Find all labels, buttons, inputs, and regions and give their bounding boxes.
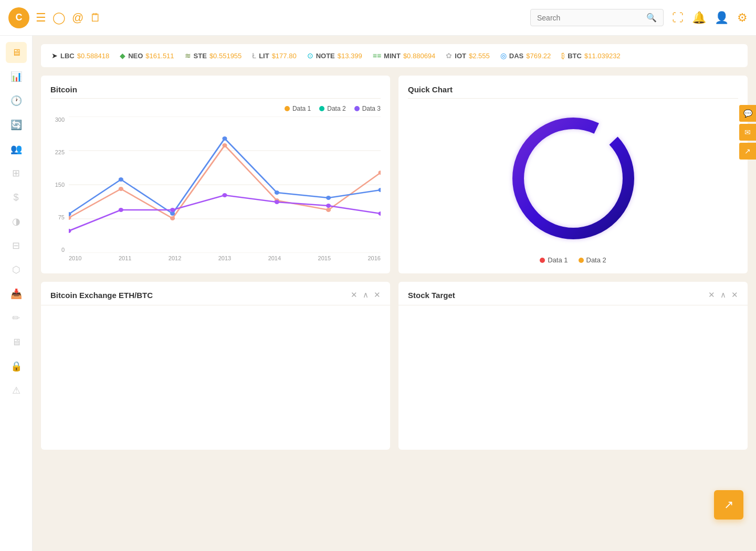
mint-label: MINT xyxy=(384,52,401,60)
bitcoin-exchange-body xyxy=(41,305,390,431)
notifications-icon[interactable]: 🔔 xyxy=(692,11,706,25)
das-label: DAS xyxy=(509,52,523,60)
chat-icon[interactable]: ◯ xyxy=(52,11,66,25)
stock-collapse-icon[interactable]: ∧ xyxy=(720,290,726,300)
main-content: ➤ LBC $0.588418 ◆ NEO $161.511 ≋ STE $0.… xyxy=(33,36,756,551)
svg-point-20 xyxy=(119,208,123,212)
ticker-mint: ≡≡ MINT $0.880694 xyxy=(373,51,436,60)
svg-point-23 xyxy=(275,200,279,204)
das-price: $769.22 xyxy=(526,52,551,60)
svg-point-22 xyxy=(222,193,227,197)
donut-svg xyxy=(505,110,642,247)
lit-icon: Ł xyxy=(252,51,256,60)
das-icon: ◎ xyxy=(500,51,507,60)
exchange-collapse-icon[interactable]: ∧ xyxy=(363,290,369,300)
sidebar-item-alert[interactable]: ⚠ xyxy=(6,380,27,401)
sidebar-item-dashboard[interactable]: 🖥 xyxy=(6,42,27,63)
exchange-close-icon[interactable]: ✕ xyxy=(351,290,358,300)
stock-target-body xyxy=(398,305,748,431)
bitcoin-chart-wrapper: 300 225 150 75 0 xyxy=(50,116,381,253)
svg-point-17 xyxy=(326,196,331,200)
legend-dot-data2 xyxy=(319,106,324,111)
menu-icon[interactable]: ☰ xyxy=(36,11,46,25)
sidebar-item-monitor[interactable]: 🖥 xyxy=(6,332,27,353)
bitcoin-chart-title: Bitcoin xyxy=(50,85,381,99)
svg-point-8 xyxy=(222,143,227,147)
sidebar-item-apps[interactable]: ⊟ xyxy=(6,235,27,256)
mint-icon: ≡≡ xyxy=(373,51,381,60)
svg-point-24 xyxy=(326,204,331,208)
account-icon[interactable]: 👤 xyxy=(715,11,729,25)
donut-legend: Data 1 Data 2 xyxy=(408,256,738,264)
iot-icon: ✿ xyxy=(446,51,452,60)
bitcoin-exchange-actions: ✕ ∧ ✕ xyxy=(351,290,381,300)
app-logo[interactable]: C xyxy=(8,7,29,28)
panel-btn-chat[interactable]: 💬 xyxy=(739,105,756,122)
ste-icon: ≋ xyxy=(185,51,191,60)
mint-price: $0.880694 xyxy=(403,52,435,60)
clipboard-icon[interactable]: 🗒 xyxy=(90,11,101,25)
lit-label: LIT xyxy=(259,52,269,60)
stock-close-icon[interactable]: ✕ xyxy=(708,290,715,300)
bottom-cards: Bitcoin Exchange ETH/BTC ✕ ∧ ✕ Stock Tar… xyxy=(41,282,748,450)
ste-label: STE xyxy=(194,52,207,60)
svg-point-26 xyxy=(518,123,628,234)
svg-point-14 xyxy=(170,211,175,216)
donut-dot-data1 xyxy=(540,258,545,263)
sidebar-item-box[interactable]: ⬡ xyxy=(6,259,27,280)
exchange-fullscreen-icon[interactable]: ✕ xyxy=(374,290,381,300)
donut-legend-data1: Data 1 xyxy=(540,256,568,264)
stock-target-card: Stock Target ✕ ∧ ✕ xyxy=(398,282,748,450)
mention-icon[interactable]: @ xyxy=(72,11,83,25)
sidebar-item-barchart[interactable]: 📊 xyxy=(6,66,27,87)
btc-price: $11.039232 xyxy=(584,52,621,60)
stock-target-actions: ✕ ∧ ✕ xyxy=(708,290,738,300)
stock-fullscreen-icon[interactable]: ✕ xyxy=(731,290,738,300)
sidebar-item-exchange[interactable]: 🔄 xyxy=(6,114,27,135)
fullscreen-icon[interactable]: ⛶ xyxy=(672,11,684,25)
sidebar-item-inbox[interactable]: 📥 xyxy=(6,283,27,304)
ticker-bar: ➤ LBC $0.588418 ◆ NEO $161.511 ≋ STE $0.… xyxy=(41,44,748,67)
sidebar-item-users[interactable]: 👥 xyxy=(6,139,27,160)
svg-point-25 xyxy=(378,211,381,216)
sidebar-item-dollar[interactable]: $ xyxy=(6,187,27,208)
svg-point-15 xyxy=(222,136,227,141)
svg-point-7 xyxy=(170,216,175,220)
sidebar-item-edit[interactable]: ✏ xyxy=(6,308,27,329)
lbc-price: $0.588418 xyxy=(77,52,109,60)
svg-point-6 xyxy=(119,187,123,191)
legend-data1: Data 1 xyxy=(285,105,311,112)
ticker-das: ◎ DAS $769.22 xyxy=(500,51,551,60)
donut-dot-data2 xyxy=(579,258,584,263)
neo-icon: ◆ xyxy=(120,51,125,60)
note-price: $13.399 xyxy=(338,52,362,60)
stock-target-title: Stock Target xyxy=(408,291,455,300)
top-cards: Bitcoin Data 1 Data 2 Data 3 300 xyxy=(41,76,748,273)
btc-label: BTC xyxy=(568,52,582,60)
sidebar-item-clock[interactable]: 🕐 xyxy=(6,90,27,111)
ticker-iot: ✿ IOT $2.555 xyxy=(446,51,489,60)
legend-data3: Data 3 xyxy=(354,105,381,112)
search-box: 🔍 xyxy=(530,9,664,26)
search-input[interactable] xyxy=(537,14,646,22)
ticker-btc: ₿ BTC $11.039232 xyxy=(561,51,620,60)
bitcoin-chart-card: Bitcoin Data 1 Data 2 Data 3 300 xyxy=(41,76,390,273)
settings-icon[interactable]: ⚙ xyxy=(737,11,748,25)
note-label: NOTE xyxy=(316,52,335,60)
quick-chart-card: Quick Chart Da xyxy=(398,76,748,273)
sidebar-item-pie[interactable]: ◑ xyxy=(6,211,27,232)
iot-label: IOT xyxy=(455,52,466,60)
neo-label: NEO xyxy=(128,52,143,60)
legend-data2: Data 2 xyxy=(319,105,345,112)
legend-dot-data1 xyxy=(285,106,290,111)
neo-price: $161.511 xyxy=(145,52,174,60)
lbc-icon: ➤ xyxy=(51,51,58,60)
fab-button[interactable]: ↗ xyxy=(714,490,743,520)
svg-point-13 xyxy=(119,177,123,182)
header: C ☰ ◯ @ 🗒 🔍 ⛶ 🔔 👤 ⚙ xyxy=(0,0,756,36)
panel-btn-email[interactable]: ✉ xyxy=(739,124,756,141)
sidebar-item-lock[interactable]: 🔒 xyxy=(6,356,27,377)
sidebar-item-gridplus[interactable]: ⊞ xyxy=(6,163,27,184)
panel-btn-arrow[interactable]: ↗ xyxy=(739,143,756,160)
svg-point-10 xyxy=(326,208,331,212)
